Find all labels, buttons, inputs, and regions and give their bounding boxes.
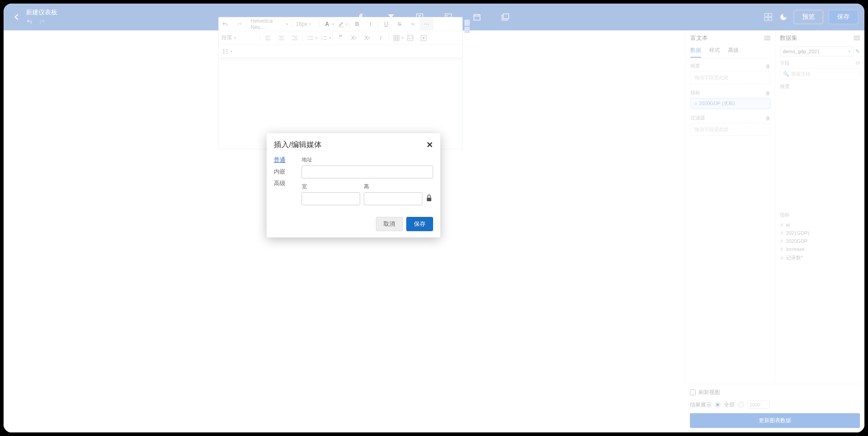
menu-icon[interactable] xyxy=(764,36,770,40)
resize-handle[interactable] xyxy=(464,27,470,33)
paragraph-select[interactable]: 段落▾ xyxy=(219,34,259,42)
theme-icon[interactable] xyxy=(779,12,788,22)
link-icon[interactable] xyxy=(406,18,420,30)
img-icon[interactable] xyxy=(404,32,417,44)
update-chart-button[interactable]: 更新图表数据 xyxy=(690,413,860,428)
label-dimension: 维度 xyxy=(690,63,700,69)
field-item[interactable]: #2020GDP xyxy=(780,237,860,245)
subscript-icon[interactable]: X2 xyxy=(347,32,361,44)
svg-rect-11 xyxy=(339,26,343,27)
search-icon: 🔍 xyxy=(783,71,789,77)
delete-icon[interactable]: 🗑 xyxy=(766,115,770,121)
modal-tab-embed[interactable]: 内嵌 xyxy=(274,168,294,176)
result-label: 结果展示 xyxy=(690,401,711,409)
svg-rect-6 xyxy=(503,14,509,19)
dataset-select[interactable]: demo_gdp_2021▾ xyxy=(780,47,854,56)
svg-rect-17 xyxy=(408,35,413,41)
label-fields: 字段 xyxy=(780,60,790,67)
label-height: 高 xyxy=(364,183,422,190)
url-input[interactable] xyxy=(302,165,433,178)
field-item[interactable]: #记录数* xyxy=(780,253,860,262)
close-icon[interactable]: ✕ xyxy=(426,140,433,150)
strike-icon[interactable]: S xyxy=(393,18,406,30)
radio-all[interactable] xyxy=(715,402,720,407)
svg-rect-7 xyxy=(765,13,768,17)
svg-rect-10 xyxy=(769,17,772,21)
metric-pill[interactable]: #2020GDP (求和) xyxy=(690,98,770,109)
align-right-icon[interactable] xyxy=(288,32,302,44)
superscript-icon[interactable]: X2 xyxy=(361,32,374,44)
refresh-icon[interactable]: ⟳ xyxy=(856,60,860,66)
tab-data[interactable]: 数据 xyxy=(690,47,701,58)
delete-icon[interactable]: 🗑 xyxy=(766,90,770,96)
tab-advanced[interactable]: 高级 xyxy=(728,47,739,58)
delete-icon[interactable]: 🗑 xyxy=(766,63,770,69)
metric-group-label: 指标 xyxy=(780,212,860,218)
svg-rect-9 xyxy=(765,17,768,21)
svg-point-3 xyxy=(447,15,448,17)
svg-rect-8 xyxy=(769,13,772,17)
italic2-icon[interactable]: I xyxy=(374,32,387,44)
field-item[interactable]: #increase xyxy=(780,245,860,253)
quote-icon[interactable]: ” xyxy=(334,32,347,44)
svg-rect-20 xyxy=(427,198,431,201)
svg-point-12 xyxy=(308,36,309,37)
preview-button[interactable]: 预览 xyxy=(794,10,823,24)
underline-icon[interactable]: U xyxy=(379,18,393,30)
tab-style[interactable]: 样式 xyxy=(709,47,720,58)
lock-icon[interactable] xyxy=(426,195,433,202)
radio-limit[interactable] xyxy=(738,402,744,407)
font-family-select[interactable]: Helvetica Neu...▾ xyxy=(248,18,291,30)
media-modal: 插入/编辑媒体 ✕ 普通 内嵌 高级 地址 宽 高 xyxy=(267,133,440,237)
menu-icon[interactable] xyxy=(854,36,860,40)
bold-icon[interactable]: B xyxy=(350,18,364,30)
svg-point-13 xyxy=(308,39,309,40)
modal-save-button[interactable]: 保存 xyxy=(406,217,433,231)
resize-handle[interactable] xyxy=(464,20,470,26)
label-url: 地址 xyxy=(302,156,433,164)
save-button[interactable]: 保存 xyxy=(829,10,858,24)
field-search[interactable]: 🔍搜索字段 xyxy=(780,68,860,80)
tb-redo-icon[interactable] xyxy=(232,18,246,30)
redo-button[interactable] xyxy=(38,17,46,25)
grid-icon[interactable] xyxy=(763,12,773,22)
section-title: 富文本 xyxy=(690,34,708,42)
more-icon[interactable]: ⋯ xyxy=(420,18,433,30)
font-size-select[interactable]: 16px▾ xyxy=(293,21,318,27)
svg-text:2: 2 xyxy=(321,38,323,41)
align-center-icon[interactable] xyxy=(275,32,288,44)
tb-undo-icon[interactable] xyxy=(219,18,232,30)
page-title: 新建仪表板 xyxy=(26,8,57,17)
label-width: 宽 xyxy=(302,183,360,190)
field-item[interactable]: #id xyxy=(780,221,860,229)
cancel-button[interactable]: 取消 xyxy=(376,217,403,231)
svg-rect-16 xyxy=(394,35,399,41)
filter-drop[interactable]: 拖动字段至此处 xyxy=(690,123,770,136)
dimension-group-label: 维度 xyxy=(780,83,860,90)
media-icon[interactable] xyxy=(417,32,430,44)
back-button[interactable] xyxy=(10,10,23,24)
modal-tab-advanced[interactable]: 高级 xyxy=(274,179,294,187)
field-item[interactable]: #2021GDP) xyxy=(780,229,860,237)
label-metric: 指标 xyxy=(690,89,700,96)
modal-tab-general[interactable]: 普通 xyxy=(274,156,294,164)
refresh-view-checkbox[interactable] xyxy=(690,389,696,395)
label-filter: 过滤器 xyxy=(690,114,705,121)
date-icon[interactable] xyxy=(472,12,482,22)
modal-title: 插入/编辑媒体 xyxy=(274,140,322,150)
undo-button[interactable] xyxy=(26,17,34,25)
width-input[interactable] xyxy=(302,192,360,205)
section-title: 数据集 xyxy=(780,34,797,42)
svg-rect-4 xyxy=(474,15,480,20)
height-input[interactable] xyxy=(364,192,422,205)
limit-input[interactable] xyxy=(747,401,770,409)
tabs-icon[interactable] xyxy=(501,12,511,22)
edit-icon[interactable]: ✎ xyxy=(855,48,860,55)
italic-icon[interactable]: I xyxy=(364,18,377,30)
dimension-drop[interactable]: 拖动字段至此处 xyxy=(690,71,770,84)
svg-point-18 xyxy=(408,36,409,37)
align-left-icon[interactable] xyxy=(261,32,275,44)
rich-text-toolbar: Helvetica Neu...▾ 16px▾ A▾ ▾ B I U S ⋯ xyxy=(218,17,463,58)
